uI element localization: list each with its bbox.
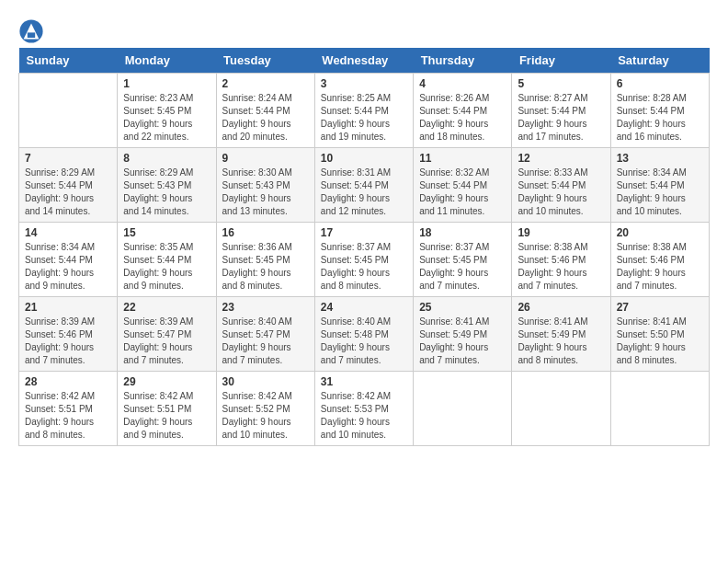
calendar-cell: 15Sunrise: 8:35 AM Sunset: 5:44 PM Dayli…	[118, 223, 216, 297]
cell-details: Sunrise: 8:39 AM Sunset: 5:46 PM Dayligh…	[25, 316, 111, 367]
calendar-cell: 3Sunrise: 8:25 AM Sunset: 5:44 PM Daylig…	[314, 74, 413, 148]
day-number: 24	[321, 301, 407, 314]
day-number: 28	[25, 375, 111, 388]
cell-details: Sunrise: 8:38 AM Sunset: 5:46 PM Dayligh…	[617, 241, 703, 293]
calendar-cell: 21Sunrise: 8:39 AM Sunset: 5:46 PM Dayli…	[19, 297, 118, 372]
day-number: 22	[123, 301, 210, 314]
calendar-cell: 6Sunrise: 8:28 AM Sunset: 5:44 PM Daylig…	[610, 74, 709, 148]
column-header-sunday: Sunday	[19, 48, 118, 74]
logo-icon	[18, 18, 44, 44]
week-row-4: 21Sunrise: 8:39 AM Sunset: 5:46 PM Dayli…	[19, 297, 710, 372]
cell-details: Sunrise: 8:24 AM Sunset: 5:44 PM Dayligh…	[222, 92, 309, 144]
week-row-2: 7Sunrise: 8:29 AM Sunset: 5:44 PM Daylig…	[19, 148, 710, 223]
column-header-tuesday: Tuesday	[216, 48, 314, 74]
calendar-cell: 31Sunrise: 8:42 AM Sunset: 5:53 PM Dayli…	[314, 372, 413, 446]
day-number: 6	[617, 77, 703, 90]
day-number: 31	[321, 375, 407, 388]
day-number: 1	[123, 77, 210, 90]
day-number: 18	[419, 226, 506, 239]
calendar-cell: 19Sunrise: 8:38 AM Sunset: 5:46 PM Dayli…	[512, 223, 610, 297]
calendar-cell: 14Sunrise: 8:34 AM Sunset: 5:44 PM Dayli…	[19, 223, 118, 297]
calendar-cell	[512, 372, 610, 446]
calendar-cell: 12Sunrise: 8:33 AM Sunset: 5:44 PM Dayli…	[512, 148, 610, 223]
calendar-cell: 25Sunrise: 8:41 AM Sunset: 5:49 PM Dayli…	[414, 297, 512, 372]
calendar-cell	[19, 74, 118, 148]
day-number: 5	[518, 77, 604, 90]
calendar-cell: 28Sunrise: 8:42 AM Sunset: 5:51 PM Dayli…	[19, 372, 118, 446]
header	[18, 18, 710, 44]
cell-details: Sunrise: 8:42 AM Sunset: 5:51 PM Dayligh…	[123, 390, 210, 442]
calendar-cell: 17Sunrise: 8:37 AM Sunset: 5:45 PM Dayli…	[314, 223, 413, 297]
cell-details: Sunrise: 8:26 AM Sunset: 5:44 PM Dayligh…	[419, 92, 506, 144]
day-number: 21	[25, 301, 111, 314]
day-number: 4	[419, 77, 506, 90]
page-container: SundayMondayTuesdayWednesdayThursdayFrid…	[18, 18, 710, 446]
day-number: 10	[321, 152, 407, 165]
calendar-cell: 13Sunrise: 8:34 AM Sunset: 5:44 PM Dayli…	[610, 148, 709, 223]
calendar-cell: 20Sunrise: 8:38 AM Sunset: 5:46 PM Dayli…	[610, 223, 709, 297]
column-header-friday: Friday	[512, 48, 610, 74]
calendar-cell: 5Sunrise: 8:27 AM Sunset: 5:44 PM Daylig…	[512, 74, 610, 148]
cell-details: Sunrise: 8:42 AM Sunset: 5:52 PM Dayligh…	[222, 390, 309, 442]
cell-details: Sunrise: 8:37 AM Sunset: 5:45 PM Dayligh…	[419, 241, 506, 293]
calendar-cell: 4Sunrise: 8:26 AM Sunset: 5:44 PM Daylig…	[414, 74, 512, 148]
day-number: 7	[25, 152, 111, 165]
calendar-cell: 22Sunrise: 8:39 AM Sunset: 5:47 PM Dayli…	[118, 297, 216, 372]
cell-details: Sunrise: 8:28 AM Sunset: 5:44 PM Dayligh…	[617, 92, 703, 144]
calendar-cell: 8Sunrise: 8:29 AM Sunset: 5:43 PM Daylig…	[118, 148, 216, 223]
cell-details: Sunrise: 8:31 AM Sunset: 5:44 PM Dayligh…	[321, 167, 407, 218]
cell-details: Sunrise: 8:39 AM Sunset: 5:47 PM Dayligh…	[123, 316, 210, 367]
cell-details: Sunrise: 8:29 AM Sunset: 5:43 PM Dayligh…	[123, 167, 210, 218]
week-row-1: 1Sunrise: 8:23 AM Sunset: 5:45 PM Daylig…	[19, 74, 710, 148]
day-number: 11	[419, 152, 506, 165]
cell-details: Sunrise: 8:36 AM Sunset: 5:45 PM Dayligh…	[222, 241, 309, 293]
calendar-cell	[414, 372, 512, 446]
cell-details: Sunrise: 8:41 AM Sunset: 5:50 PM Dayligh…	[617, 316, 703, 367]
cell-details: Sunrise: 8:34 AM Sunset: 5:44 PM Dayligh…	[617, 167, 703, 218]
cell-details: Sunrise: 8:42 AM Sunset: 5:51 PM Dayligh…	[25, 390, 111, 442]
cell-details: Sunrise: 8:37 AM Sunset: 5:45 PM Dayligh…	[321, 241, 407, 293]
column-header-wednesday: Wednesday	[314, 48, 413, 74]
cell-details: Sunrise: 8:30 AM Sunset: 5:43 PM Dayligh…	[222, 167, 309, 218]
cell-details: Sunrise: 8:29 AM Sunset: 5:44 PM Dayligh…	[25, 167, 111, 218]
week-row-3: 14Sunrise: 8:34 AM Sunset: 5:44 PM Dayli…	[19, 223, 710, 297]
calendar-cell: 29Sunrise: 8:42 AM Sunset: 5:51 PM Dayli…	[118, 372, 216, 446]
calendar-cell: 16Sunrise: 8:36 AM Sunset: 5:45 PM Dayli…	[216, 223, 314, 297]
day-number: 14	[25, 226, 111, 239]
calendar-cell: 10Sunrise: 8:31 AM Sunset: 5:44 PM Dayli…	[314, 148, 413, 223]
day-number: 29	[123, 375, 210, 388]
calendar-table: SundayMondayTuesdayWednesdayThursdayFrid…	[18, 48, 710, 446]
cell-details: Sunrise: 8:27 AM Sunset: 5:44 PM Dayligh…	[518, 92, 604, 144]
cell-details: Sunrise: 8:33 AM Sunset: 5:44 PM Dayligh…	[518, 167, 604, 218]
logo	[18, 18, 46, 44]
calendar-cell: 24Sunrise: 8:40 AM Sunset: 5:48 PM Dayli…	[314, 297, 413, 372]
day-number: 27	[617, 301, 703, 314]
calendar-cell: 18Sunrise: 8:37 AM Sunset: 5:45 PM Dayli…	[414, 223, 512, 297]
day-number: 9	[222, 152, 309, 165]
cell-details: Sunrise: 8:40 AM Sunset: 5:47 PM Dayligh…	[222, 316, 309, 367]
calendar-cell: 2Sunrise: 8:24 AM Sunset: 5:44 PM Daylig…	[216, 74, 314, 148]
cell-details: Sunrise: 8:35 AM Sunset: 5:44 PM Dayligh…	[123, 241, 210, 293]
calendar-cell: 7Sunrise: 8:29 AM Sunset: 5:44 PM Daylig…	[19, 148, 118, 223]
calendar-cell: 23Sunrise: 8:40 AM Sunset: 5:47 PM Dayli…	[216, 297, 314, 372]
day-number: 2	[222, 77, 309, 90]
day-number: 13	[617, 152, 703, 165]
calendar-cell	[610, 372, 709, 446]
cell-details: Sunrise: 8:40 AM Sunset: 5:48 PM Dayligh…	[321, 316, 407, 367]
cell-details: Sunrise: 8:23 AM Sunset: 5:45 PM Dayligh…	[123, 92, 210, 144]
cell-details: Sunrise: 8:38 AM Sunset: 5:46 PM Dayligh…	[518, 241, 604, 293]
day-number: 17	[321, 226, 407, 239]
day-number: 19	[518, 226, 604, 239]
calendar-cell: 26Sunrise: 8:41 AM Sunset: 5:49 PM Dayli…	[512, 297, 610, 372]
calendar-header-row: SundayMondayTuesdayWednesdayThursdayFrid…	[19, 48, 710, 74]
column-header-saturday: Saturday	[610, 48, 709, 74]
calendar-cell: 27Sunrise: 8:41 AM Sunset: 5:50 PM Dayli…	[610, 297, 709, 372]
day-number: 16	[222, 226, 309, 239]
calendar-cell: 11Sunrise: 8:32 AM Sunset: 5:44 PM Dayli…	[414, 148, 512, 223]
calendar-cell: 30Sunrise: 8:42 AM Sunset: 5:52 PM Dayli…	[216, 372, 314, 446]
cell-details: Sunrise: 8:32 AM Sunset: 5:44 PM Dayligh…	[419, 167, 506, 218]
day-number: 25	[419, 301, 506, 314]
day-number: 3	[321, 77, 407, 90]
cell-details: Sunrise: 8:34 AM Sunset: 5:44 PM Dayligh…	[25, 241, 111, 293]
column-header-thursday: Thursday	[414, 48, 512, 74]
